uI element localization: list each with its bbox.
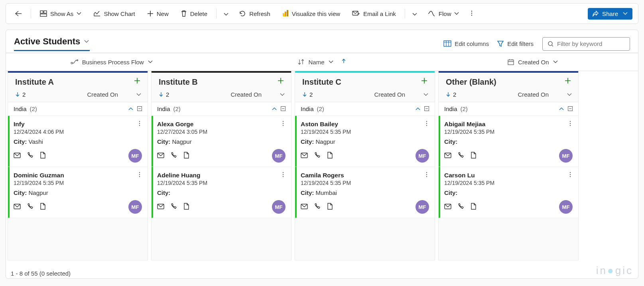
column-add-button[interactable] xyxy=(278,77,285,87)
edit-filters-button[interactable]: Edit filters xyxy=(497,40,534,48)
column-add-button[interactable] xyxy=(134,77,141,87)
collapse-all-icon[interactable] xyxy=(281,105,286,112)
kanban-card[interactable]: Camila Rogers 12/19/2024 5:35 PM City: M… xyxy=(295,167,435,218)
email-link-button[interactable]: Email a Link xyxy=(347,8,401,20)
card-more-button[interactable] xyxy=(568,172,573,179)
card-more-button[interactable] xyxy=(137,172,142,179)
phone-icon[interactable] xyxy=(26,203,33,211)
delete-split-chevron[interactable] xyxy=(221,9,232,19)
group-header[interactable]: India (2) xyxy=(295,102,435,116)
document-icon[interactable] xyxy=(183,152,189,160)
kanban-card[interactable]: Infy 12/24/2024 4:06 PM City: Vashi MF xyxy=(8,116,148,167)
owner-avatar[interactable]: MF xyxy=(416,149,429,163)
sort-ascending-icon[interactable] xyxy=(341,59,346,66)
owner-avatar[interactable]: MF xyxy=(416,200,429,214)
document-icon[interactable] xyxy=(183,203,189,211)
collapse-icon[interactable] xyxy=(559,105,565,112)
document-icon[interactable] xyxy=(326,203,333,211)
bpf-icon xyxy=(70,59,78,65)
card-more-button[interactable] xyxy=(424,172,429,179)
refresh-button[interactable]: Refresh xyxy=(234,8,275,20)
collapse-all-icon[interactable] xyxy=(137,105,142,112)
mail-icon[interactable] xyxy=(301,203,308,211)
document-icon[interactable] xyxy=(470,203,476,211)
visualize-button[interactable]: Visualize this view xyxy=(278,8,345,20)
groupby-createdon[interactable]: Created On xyxy=(427,59,638,66)
kanban-card[interactable]: Dominic Guzman 12/19/2024 5:35 PM City: … xyxy=(8,167,148,218)
chevron-down-icon xyxy=(423,93,428,96)
groupby-bpf[interactable]: Business Process Flow xyxy=(6,59,217,66)
phone-icon[interactable] xyxy=(313,203,321,211)
card-more-button[interactable] xyxy=(137,121,142,127)
column-add-button[interactable] xyxy=(421,77,428,87)
owner-avatar[interactable]: MF xyxy=(559,200,573,214)
card-more-button[interactable] xyxy=(424,121,429,127)
group-count: (2) xyxy=(30,105,37,112)
group-name: India xyxy=(301,105,314,112)
column-sort[interactable]: 2 Created On xyxy=(439,89,578,102)
column-sort[interactable]: 2 Created On xyxy=(8,89,148,102)
card-more-button[interactable] xyxy=(568,121,573,127)
mail-icon[interactable] xyxy=(14,203,21,211)
flow-button[interactable]: Flow xyxy=(423,8,464,20)
mail-icon[interactable] xyxy=(301,152,308,160)
kanban-card[interactable]: Alexa Gorge 12/27/2024 3:05 PM City: Nag… xyxy=(152,116,291,167)
mail-icon[interactable] xyxy=(444,203,451,211)
phone-icon[interactable] xyxy=(26,152,33,160)
column-add-button[interactable] xyxy=(565,77,572,87)
owner-avatar[interactable]: MF xyxy=(272,149,286,163)
card-more-button[interactable] xyxy=(281,121,286,127)
mail-icon[interactable] xyxy=(444,152,451,160)
document-icon[interactable] xyxy=(470,152,476,160)
collapse-all-icon[interactable] xyxy=(568,105,573,112)
delete-button[interactable]: Delete xyxy=(176,8,212,20)
owner-avatar[interactable]: MF xyxy=(559,149,573,163)
collapse-icon[interactable] xyxy=(128,105,134,112)
group-header[interactable]: India (2) xyxy=(439,102,578,116)
mail-icon[interactable] xyxy=(14,152,21,160)
share-icon xyxy=(593,10,599,17)
column-sort[interactable]: 2 Created On xyxy=(152,89,291,102)
mail-icon[interactable] xyxy=(157,203,164,211)
sort-by-label: Created On xyxy=(230,91,262,98)
phone-icon[interactable] xyxy=(170,152,177,160)
mail-icon[interactable] xyxy=(157,152,164,160)
collapse-icon[interactable] xyxy=(416,105,421,112)
back-button[interactable] xyxy=(10,8,27,19)
search-input[interactable] xyxy=(557,40,625,47)
show-as-label: Show As xyxy=(50,10,73,17)
edit-columns-button[interactable]: Edit columns xyxy=(443,40,489,48)
owner-avatar[interactable]: MF xyxy=(128,149,142,163)
column-title: Institute C xyxy=(302,77,421,87)
share-button[interactable]: Share xyxy=(588,8,632,20)
document-icon[interactable] xyxy=(326,152,333,160)
search-box[interactable] xyxy=(542,37,630,51)
group-header[interactable]: India (2) xyxy=(8,102,148,116)
brand-watermark: in●gic xyxy=(596,264,633,277)
phone-icon[interactable] xyxy=(313,152,321,160)
document-icon[interactable] xyxy=(39,203,45,211)
sort-by-label: Created On xyxy=(518,91,549,98)
collapse-all-icon[interactable] xyxy=(424,105,429,112)
new-button[interactable]: New xyxy=(142,8,173,20)
owner-avatar[interactable]: MF xyxy=(128,200,142,214)
kanban-card[interactable]: Abigail Mejiaa 12/19/2024 5:35 PM City: … xyxy=(439,116,578,167)
column-sort[interactable]: 2 Created On xyxy=(295,89,435,102)
show-as-button[interactable]: Show As xyxy=(35,8,86,20)
overflow-button[interactable] xyxy=(466,8,477,19)
show-chart-button[interactable]: Show Chart xyxy=(89,8,140,20)
email-split-chevron[interactable] xyxy=(409,9,420,19)
kanban-card[interactable]: Aston Bailey 12/19/2024 5:35 PM City: Na… xyxy=(295,116,435,167)
card-more-button[interactable] xyxy=(281,172,286,179)
phone-icon[interactable] xyxy=(457,203,464,211)
collapse-icon[interactable] xyxy=(272,105,278,112)
document-icon[interactable] xyxy=(39,152,45,160)
phone-icon[interactable] xyxy=(457,152,464,160)
groupby-name[interactable]: Name xyxy=(217,59,427,66)
group-header[interactable]: India (2) xyxy=(152,102,291,116)
view-selector[interactable]: Active Students xyxy=(14,36,90,51)
kanban-card[interactable]: Carson Lu 12/19/2024 5:35 PM City: MF xyxy=(439,167,578,218)
owner-avatar[interactable]: MF xyxy=(272,200,286,214)
kanban-card[interactable]: Adeline Huang 12/19/2024 5:35 PM City: M… xyxy=(152,167,291,218)
phone-icon[interactable] xyxy=(170,203,177,211)
